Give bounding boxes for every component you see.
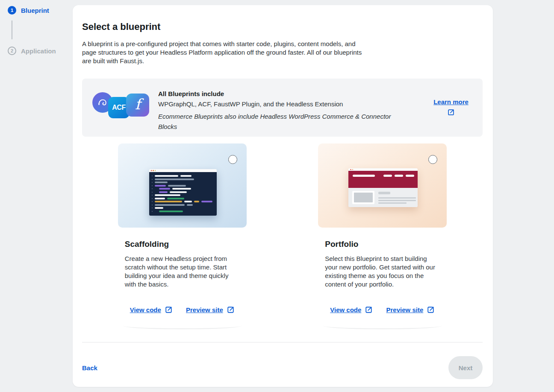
- learn-more[interactable]: Learn more: [430, 98, 472, 116]
- scaffolding-radio-button[interactable]: [228, 155, 237, 164]
- view-code-label: View code: [330, 306, 361, 313]
- scaffolding-description: Create a new Headless project from scrat…: [125, 255, 239, 289]
- portfolio-preview-image[interactable]: [318, 143, 447, 228]
- step-2-label: Application: [21, 47, 56, 55]
- preview-site-label: Preview site: [186, 306, 223, 313]
- blueprint-card-scaffolding[interactable]: Scaffolding Create a new Headless projec…: [118, 143, 247, 329]
- card-bottom-divider: [323, 326, 442, 329]
- wizard-stepper: 1 Blueprint 2 Application: [8, 6, 56, 55]
- blueprints-include-box: ACF f All Blueprints include WPGraphQL, …: [82, 79, 483, 137]
- include-box-title: All Blueprints include: [158, 91, 430, 97]
- website-mockup: [348, 168, 418, 207]
- blueprint-card-portfolio[interactable]: Portfolio Select this Blueprint to start…: [318, 143, 447, 329]
- back-button[interactable]: Back: [82, 364, 97, 372]
- external-link-icon: [365, 306, 373, 314]
- step-2-circle: 2: [8, 47, 16, 55]
- scaffolding-view-code-link[interactable]: View code: [130, 306, 173, 314]
- step-1-circle: 1: [8, 6, 16, 15]
- next-button[interactable]: Next: [448, 356, 483, 379]
- include-box-line1: WPGraphQL, ACF, FaustWP Plugin, and the …: [158, 101, 430, 108]
- step-1-label: Blueprint: [21, 7, 49, 14]
- portfolio-radio-button[interactable]: [428, 155, 437, 164]
- scaffolding-preview-image[interactable]: [118, 143, 247, 228]
- portfolio-preview-site-link[interactable]: Preview site: [386, 306, 435, 314]
- site-hero: [348, 171, 418, 188]
- card-column-portfolio: Portfolio Select this Blueprint to start…: [283, 143, 483, 329]
- include-box-text: All Blueprints include WPGraphQL, ACF, F…: [158, 89, 430, 132]
- page-description: A blueprint is a pre-configured project …: [82, 40, 369, 65]
- stepper-step-application: 2 Application: [8, 47, 56, 55]
- site-content: [348, 188, 418, 207]
- portfolio-links: View code Preview site: [318, 306, 447, 314]
- card-column-scaffolding: Scaffolding Create a new Headless projec…: [82, 143, 283, 329]
- editor-titlebar: [149, 169, 217, 172]
- preview-site-label: Preview site: [386, 306, 424, 313]
- learn-more-link[interactable]: Learn more: [433, 98, 469, 105]
- scaffolding-links: View code Preview site: [118, 306, 247, 314]
- page-title: Select a blueprint: [82, 21, 483, 32]
- card-bottom-divider: [123, 326, 242, 329]
- view-code-label: View code: [130, 306, 161, 313]
- portfolio-title: Portfolio: [325, 239, 447, 249]
- blueprint-panel: Select a blueprint A blueprint is a pre-…: [73, 5, 493, 387]
- plugin-logos: ACF f: [92, 91, 158, 121]
- stepper-connector-line: [12, 20, 12, 39]
- include-box-line2: Ecommerce Blueprints also include Headle…: [158, 111, 393, 132]
- portfolio-description: Select this Blueprint to start building …: [325, 255, 439, 289]
- external-link-icon: [427, 306, 435, 314]
- scaffolding-title: Scaffolding: [125, 239, 247, 249]
- stepper-step-blueprint[interactable]: 1 Blueprint: [8, 6, 56, 15]
- external-link-icon: [447, 108, 455, 116]
- external-link-icon: [165, 306, 173, 314]
- wizard-footer: Back Next: [82, 342, 483, 392]
- blueprint-cards: Scaffolding Create a new Headless projec…: [82, 143, 483, 329]
- external-link-icon: [227, 306, 235, 314]
- portfolio-view-code-link[interactable]: View code: [330, 306, 373, 314]
- faustjs-logo-icon: f: [126, 94, 149, 117]
- scaffolding-preview-site-link[interactable]: Preview site: [186, 306, 235, 314]
- code-editor-mockup: [149, 169, 217, 216]
- editor-body: [149, 172, 217, 216]
